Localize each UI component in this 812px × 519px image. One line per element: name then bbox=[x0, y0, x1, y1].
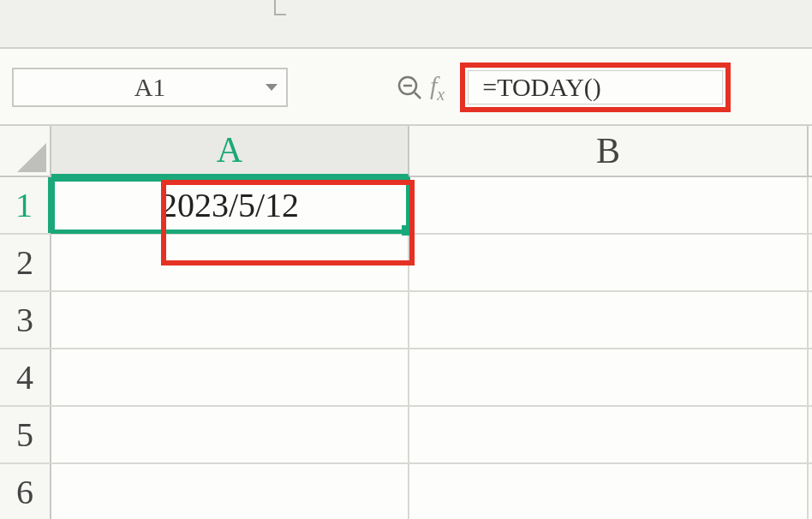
row-5: 5 bbox=[0, 407, 812, 464]
cell-b2[interactable] bbox=[409, 235, 809, 290]
cell-b5[interactable] bbox=[409, 407, 809, 462]
ribbon-placeholder bbox=[0, 0, 812, 49]
row-1: 1 2023/5/12 bbox=[0, 177, 812, 235]
cell-b1[interactable] bbox=[409, 177, 809, 233]
cell-a6[interactable] bbox=[51, 464, 409, 519]
row-2: 2 bbox=[0, 235, 812, 292]
cell-a1-value: 2023/5/12 bbox=[160, 185, 299, 225]
row-header-5[interactable]: 5 bbox=[0, 407, 51, 462]
row-3: 3 bbox=[0, 292, 812, 349]
cell-b3[interactable] bbox=[409, 292, 809, 348]
spreadsheet-grid: A B 1 2023/5/12 2 3 4 5 6 bbox=[0, 126, 812, 519]
zoom-out-icon[interactable] bbox=[394, 72, 425, 103]
formula-bar-highlight: =TODAY() bbox=[460, 63, 731, 112]
formula-bar[interactable]: =TODAY() bbox=[468, 70, 723, 104]
column-headers: A B bbox=[0, 126, 812, 177]
cell-a3[interactable] bbox=[51, 292, 409, 348]
chevron-down-icon[interactable] bbox=[266, 84, 278, 91]
cell-a1[interactable]: 2023/5/12 bbox=[51, 177, 409, 233]
name-box[interactable]: A1 bbox=[12, 68, 288, 107]
column-header-b[interactable]: B bbox=[409, 126, 809, 176]
select-all-triangle[interactable] bbox=[0, 126, 51, 176]
cell-a4[interactable] bbox=[51, 349, 409, 405]
column-header-a[interactable]: A bbox=[51, 126, 409, 177]
row-header-2[interactable]: 2 bbox=[0, 235, 51, 290]
svg-line-2 bbox=[415, 92, 421, 98]
cell-b6[interactable] bbox=[409, 464, 809, 519]
formula-toolbar: A1 fx =TODAY() bbox=[0, 49, 812, 126]
formula-bar-value: =TODAY() bbox=[482, 73, 601, 102]
cell-a5[interactable] bbox=[51, 407, 409, 462]
name-box-value: A1 bbox=[134, 73, 166, 102]
resize-handle-icon bbox=[274, 0, 286, 15]
cell-b4[interactable] bbox=[409, 349, 809, 405]
row-6: 6 bbox=[0, 464, 812, 519]
fx-icon[interactable]: fx bbox=[430, 71, 445, 104]
cell-a2[interactable] bbox=[51, 235, 409, 290]
row-header-6[interactable]: 6 bbox=[0, 464, 51, 519]
row-header-1[interactable]: 1 bbox=[0, 177, 51, 233]
row-4: 4 bbox=[0, 349, 812, 407]
row-header-4[interactable]: 4 bbox=[0, 349, 51, 405]
row-header-3[interactable]: 3 bbox=[0, 292, 51, 348]
